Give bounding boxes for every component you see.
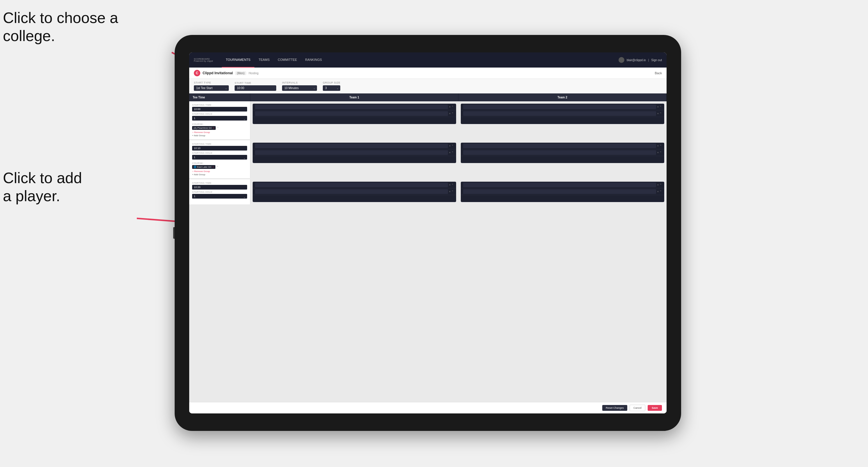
group1-add-link[interactable]: Add Group [192, 134, 247, 137]
player-move-btn[interactable]: ⌃ [452, 190, 454, 193]
list-item: × ⌃ [253, 110, 456, 117]
group-size-select[interactable]: 3 [323, 85, 340, 91]
player-remove-btn[interactable]: × [449, 151, 451, 154]
player-remove-btn[interactable]: × [449, 190, 451, 193]
nav-bar: SCOREBOARD Powered by clippd TOURNAMENTS… [189, 53, 666, 67]
nav-tab-teams[interactable]: TEAMS [254, 53, 274, 67]
group1-team2: × ⌃ × ⌃ [459, 101, 666, 139]
player-move-btn[interactable]: ⌃ [659, 145, 662, 147]
player-remove-btn[interactable]: × [657, 151, 659, 154]
player-move-btn[interactable]: ⌃ [452, 145, 454, 147]
player-move-btn[interactable]: ⌃ [452, 151, 454, 154]
player-remove-btn[interactable]: × [657, 105, 659, 108]
intervals-label: Intervals [282, 81, 317, 84]
player-remove-btn[interactable]: × [449, 183, 451, 186]
player-move-btn[interactable]: ⌃ [659, 105, 662, 108]
intervals-select-wrapper: 10 Minutes [282, 85, 317, 91]
group1-team1-panel: × ⌃ × ⌃ [253, 104, 456, 124]
group2-team2-panel: × ⌃ × ⌃ [461, 143, 664, 163]
group3-team2: × ⌃ × ⌃ [459, 179, 666, 205]
start-time-label: Start Time [235, 82, 276, 85]
list-item: × ⌃ [253, 143, 456, 149]
nav-logo: SCOREBOARD Powered by clippd [194, 58, 213, 62]
list-item: × ⌃ [461, 188, 664, 195]
player-move-btn[interactable]: ⌃ [452, 183, 454, 186]
main-content: Tee Time Team 1 Team 2 STARTING TIME: ST… [189, 93, 666, 413]
list-item: × ⌃ [461, 110, 664, 117]
group2-team1: × ⌃ × ⌃ [250, 140, 459, 178]
nav-tab-rankings[interactable]: RANKINGS [301, 53, 326, 67]
th-team2: Team 2 [459, 93, 666, 101]
group-size-select-wrapper: 3 [323, 85, 340, 91]
player-remove-btn[interactable]: × [657, 112, 659, 115]
list-item: × ⌃ [461, 149, 664, 156]
group3-start-time[interactable] [192, 185, 247, 190]
tournament-badge: (Men) [235, 71, 246, 75]
player-remove-btn[interactable]: × [449, 112, 451, 115]
group1-course-tag[interactable]: (A) Peachtree GC × [192, 126, 216, 130]
player-placeholder [255, 144, 448, 148]
group1-hole-select[interactable]: 1 [192, 116, 247, 121]
player-placeholder [255, 104, 448, 109]
start-type-select[interactable]: 1st Tee Start [194, 85, 229, 91]
player-placeholder [463, 144, 656, 148]
reset-changes-button[interactable]: Reset Changes [602, 405, 627, 411]
sub-header-left: C Clippd Invitational (Men) Hosting [194, 70, 258, 76]
player-move-btn[interactable]: ⌃ [452, 112, 454, 115]
player-remove-btn[interactable]: × [657, 145, 659, 147]
group2-add-link[interactable]: Add Group [192, 173, 247, 176]
player-placeholder [463, 189, 656, 194]
group2-remove-link[interactable]: Remove Group [192, 170, 247, 173]
start-type-group: Start Type 1st Tee Start [194, 81, 229, 91]
group1-team1: × ⌃ × ⌃ [250, 101, 459, 139]
table-row: STARTING TIME: STARTING HOLE: 1 [189, 179, 666, 205]
player-move-btn[interactable]: ⌃ [452, 105, 454, 108]
list-item: × ⌃ [461, 104, 664, 110]
player-placeholder [255, 150, 448, 155]
sign-out-link[interactable]: Sign out [651, 59, 662, 62]
annotation-add-player: Click to add a player. [3, 169, 82, 205]
group2-team1-panel: × ⌃ × ⌃ [253, 143, 456, 163]
cancel-button[interactable]: Cancel [630, 405, 645, 411]
group2-team2: × ⌃ × ⌃ [459, 140, 666, 178]
sub-header: C Clippd Invitational (Men) Hosting Back [189, 67, 666, 79]
group3-hole-select[interactable]: 1 [192, 194, 247, 198]
group1-course-row: (A) Peachtree GC × ⌃ [192, 126, 247, 130]
group2-start-time[interactable] [192, 146, 247, 151]
group1-left: STARTING TIME: STARTING HOLE: 1 COURSE: … [189, 101, 250, 139]
intervals-select[interactable]: 10 Minutes [282, 85, 317, 91]
nav-tab-tournaments[interactable]: TOURNAMENTS [222, 53, 255, 67]
list-item: × ⌃ [253, 182, 456, 188]
group1-remove-link[interactable]: Remove Group [192, 131, 247, 134]
intervals-group: Intervals 10 Minutes [282, 81, 317, 91]
settings-row: Start Type 1st Tee Start Start Time Inte… [189, 79, 666, 93]
group2-course-tag[interactable]: 🌐 East Lake GC × [192, 165, 215, 169]
group2-hole-select[interactable]: 1 [192, 155, 247, 160]
start-type-label: Start Type [194, 81, 229, 84]
rows-container: STARTING TIME: STARTING HOLE: 1 COURSE: … [189, 101, 666, 402]
nav-tab-committee[interactable]: COMMITTEE [274, 53, 301, 67]
player-placeholder [255, 189, 448, 194]
back-button[interactable]: Back [655, 71, 662, 75]
player-remove-btn[interactable]: × [449, 105, 451, 108]
group-size-group: Group Size 3 [323, 81, 340, 91]
table-header: Tee Time Team 1 Team 2 [189, 93, 666, 101]
group1-start-time[interactable] [192, 107, 247, 112]
player-move-btn[interactable]: ⌃ [659, 190, 662, 193]
player-move-btn[interactable]: ⌃ [659, 112, 662, 115]
th-team1: Team 1 [250, 93, 459, 101]
save-button[interactable]: Save [648, 405, 662, 411]
group2-course-row: 🌐 East Lake GC × ⌃ [192, 165, 247, 169]
list-item: × ⌃ [253, 188, 456, 195]
th-tee-time: Tee Time [189, 93, 250, 101]
player-remove-btn[interactable]: × [657, 190, 659, 193]
player-placeholder [463, 150, 656, 155]
player-move-btn[interactable]: ⌃ [659, 151, 662, 154]
nav-user: blair@clippd.io | Sign out [619, 57, 662, 63]
start-time-input[interactable] [235, 85, 276, 91]
player-remove-btn[interactable]: × [449, 145, 451, 147]
group3-team1-panel: × ⌃ × ⌃ [253, 182, 456, 202]
player-move-btn[interactable]: ⌃ [659, 183, 662, 186]
player-remove-btn[interactable]: × [657, 183, 659, 186]
start-time-group: Start Time [235, 82, 276, 91]
